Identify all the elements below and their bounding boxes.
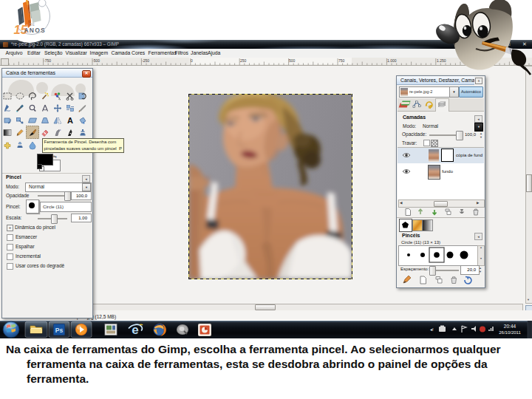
svg-text:A: A [67, 116, 73, 125]
svg-text:20:44: 20:44 [504, 324, 516, 329]
svg-text:Ps: Ps [55, 327, 64, 334]
svg-text:◂!: ◂! [430, 327, 434, 332]
svg-text:ANOS: ANOS [24, 27, 46, 34]
svg-text:DE: DE [30, 23, 35, 27]
svg-text:26/10/2011: 26/10/2011 [499, 330, 521, 335]
